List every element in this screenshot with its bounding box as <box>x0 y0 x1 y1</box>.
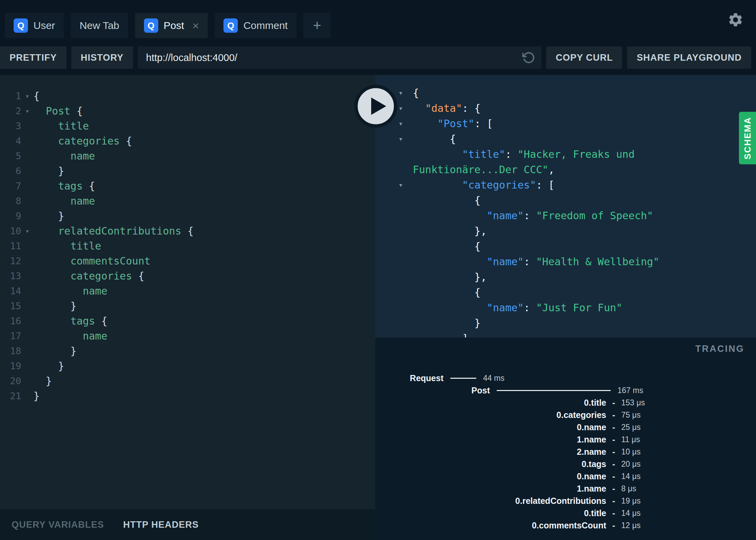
code-text: Funktionäre...Der CCC", <box>413 162 554 177</box>
query-editor-pane[interactable]: 1▾{2▾ Post {3 title4 categories {5 name6… <box>0 75 375 540</box>
line-number: 12 <box>0 254 21 269</box>
fold-spacer <box>21 269 33 284</box>
toolbar: PRETTIFY HISTORY COPY CURL SHARE PLAYGRO… <box>0 46 756 69</box>
tab-comment[interactable]: QComment <box>215 13 296 38</box>
code-text: } <box>33 164 64 179</box>
editor-line: 19 } <box>0 359 375 374</box>
fold-spacer <box>396 239 413 254</box>
code-text: "name": "Health & Wellbeing" <box>413 254 659 269</box>
fold-arrow-icon[interactable]: ▾ <box>21 89 33 104</box>
response-line: ▾ { <box>396 131 756 147</box>
trace-field-time: 11 μs <box>621 435 640 444</box>
code-text: commentsCount <box>33 254 150 269</box>
code-text: } <box>33 389 40 404</box>
tab-close-icon[interactable]: × <box>192 20 199 31</box>
fold-arrow-icon[interactable]: ▾ <box>396 116 413 131</box>
response-line: "name": "Just For Fun" <box>396 300 756 315</box>
trace-row: 0.name-25 μs <box>375 421 756 433</box>
tab-new-tab[interactable]: New Tab <box>71 13 128 38</box>
line-number: 1 <box>0 89 21 104</box>
trace-dash: - <box>606 496 621 506</box>
response-line: }, <box>396 269 756 285</box>
trace-bar-time: 167 ms <box>617 386 643 395</box>
trace-field-name: 1.name <box>375 435 606 445</box>
response-lines: ▾{▾ "data": {▾ "Post": [▾ { "title": "Ha… <box>375 75 756 338</box>
new-tab-button[interactable]: + <box>303 13 331 38</box>
fold-arrow-icon[interactable]: ▾ <box>21 224 33 239</box>
trace-dash: - <box>606 447 621 457</box>
line-number: 4 <box>0 134 21 149</box>
fold-spacer <box>21 329 33 344</box>
code-text: "title": "Hacker, Freaks und <box>413 147 635 162</box>
line-number: 15 <box>0 299 21 314</box>
execute-play-button[interactable] <box>354 85 397 128</box>
editor-line: 15 } <box>0 299 375 314</box>
history-button[interactable]: HISTORY <box>71 46 133 69</box>
topbar: QUserNew TabQPost×QComment+ <box>0 0 756 38</box>
code-text: name <box>33 284 107 299</box>
schema-tab[interactable]: SCHEMA <box>739 112 756 164</box>
fold-arrow-icon[interactable]: ▾ <box>396 131 413 147</box>
editor-line: 11 title <box>0 239 375 254</box>
trace-dash: - <box>606 459 621 469</box>
tab-label: Post <box>164 20 184 31</box>
endpoint-url-input[interactable] <box>138 46 541 69</box>
fold-arrow-icon[interactable]: ▾ <box>396 85 413 101</box>
code-text: { <box>413 239 481 254</box>
trace-row: 2.name-10 μs <box>375 446 756 458</box>
trace-row: 0.relatedContributions-19 μs <box>375 495 756 507</box>
share-playground-button[interactable]: SHARE PLAYGROUND <box>627 46 751 69</box>
trace-rows: 0.title-153 μs0.categories-75 μs0.name-2… <box>375 396 756 531</box>
fold-spacer <box>21 149 33 164</box>
reload-endpoint-icon[interactable] <box>522 51 535 64</box>
response-line: ▾ "Post": [ <box>396 116 756 131</box>
trace-dash: - <box>606 422 621 432</box>
code-text: }, <box>413 223 487 239</box>
code-text: title <box>33 239 101 254</box>
fold-spacer <box>21 374 33 389</box>
fold-spacer <box>21 344 33 359</box>
trace-field-name: 0.relatedContributions <box>375 496 606 506</box>
trace-dash: - <box>606 398 621 408</box>
trace-field-name: 0.categories <box>375 410 606 420</box>
http-headers-toggle[interactable]: HTTP HEADERS <box>123 520 199 530</box>
trace-field-time: 19 μs <box>621 496 641 506</box>
tab-post[interactable]: QPost× <box>135 13 208 38</box>
line-number: 7 <box>0 179 21 194</box>
trace-dash: - <box>606 484 621 494</box>
trace-field-time: 75 μs <box>621 410 641 420</box>
code-text: relatedContributions { <box>33 224 194 239</box>
code-text: { <box>413 193 481 208</box>
response-line: ▾ "categories": [ <box>396 177 756 193</box>
prettify-button[interactable]: PRETTIFY <box>0 46 67 69</box>
graphql-playground: QUserNew TabQPost×QComment+ PRETTIFY HIS… <box>0 0 756 540</box>
trace-dash: - <box>606 410 621 420</box>
tab-label: New Tab <box>79 20 119 31</box>
trace-field-name: 1.name <box>375 484 606 494</box>
fold-spacer <box>396 300 413 315</box>
editor-line: 2▾ Post { <box>0 104 375 119</box>
code-text: } <box>33 344 76 359</box>
trace-row: 0.name-14 μs <box>375 470 756 482</box>
fold-arrow-icon[interactable]: ▾ <box>396 101 413 116</box>
fold-arrow-icon[interactable]: ▾ <box>396 177 413 193</box>
settings-gear-icon[interactable] <box>727 12 744 28</box>
code-text: categories { <box>33 269 144 284</box>
fold-spacer <box>396 331 413 338</box>
line-number: 21 <box>0 389 21 404</box>
query-icon: Q <box>223 18 238 33</box>
query-editor-lines: 1▾{2▾ Post {3 title4 categories {5 name6… <box>0 75 375 404</box>
editor-line: 21} <box>0 389 375 404</box>
response-line: }, <box>396 223 756 239</box>
code-text: tags { <box>33 314 107 329</box>
code-text: "data": { <box>413 101 481 116</box>
query-variables-toggle[interactable]: QUERY VARIABLES <box>12 520 104 530</box>
line-number: 5 <box>0 149 21 164</box>
fold-spacer <box>21 119 33 134</box>
tab-user[interactable]: QUser <box>5 13 64 38</box>
fold-arrow-icon[interactable]: ▾ <box>21 104 33 119</box>
fold-spacer <box>396 162 413 177</box>
copy-curl-button[interactable]: COPY CURL <box>546 46 623 69</box>
trace-bar-line <box>497 390 611 391</box>
trace-bar-row: Request44 ms <box>375 372 756 384</box>
